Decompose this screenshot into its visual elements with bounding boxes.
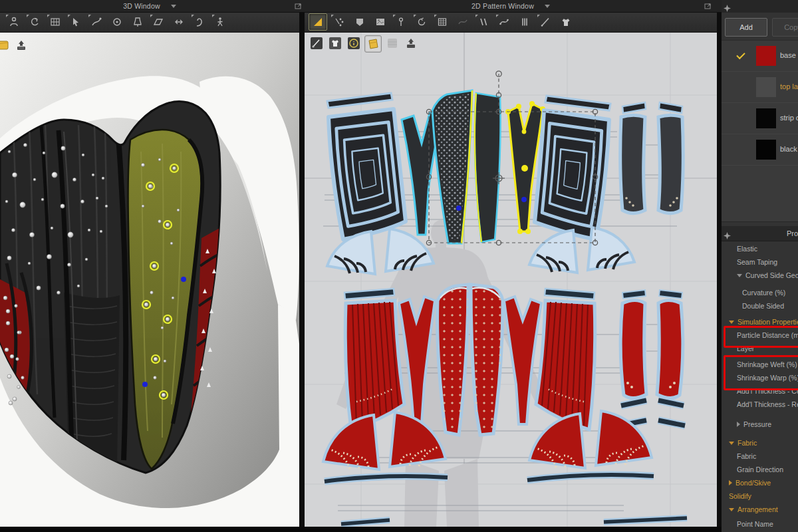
transform-pattern-tool-icon[interactable]	[309, 13, 327, 31]
layer-row-top-layer[interactable]: top lay	[722, 72, 798, 103]
layer-row-black[interactable]: black s	[722, 134, 798, 166]
export-icon[interactable]	[403, 35, 419, 51]
garment-tool-icon[interactable]	[557, 14, 575, 30]
segment-sew-tool-icon[interactable]	[475, 14, 492, 30]
window-header-3d[interactable]: 3D Window	[0, 0, 299, 12]
fabric-swatch-icon[interactable]	[0, 37, 11, 53]
property-section-fabric[interactable]: Fabric	[722, 436, 798, 450]
property-row[interactable]: Fabric	[722, 450, 798, 463]
chevron-right-icon[interactable]	[737, 422, 740, 427]
plane-tool-icon[interactable]	[150, 14, 167, 30]
window-title-3d: 3D Window	[123, 2, 160, 10]
pin-curve-tool-icon[interactable]	[88, 14, 105, 30]
expand-window-icon[interactable]	[295, 3, 302, 9]
property-row[interactable]: Curved Side Geometr	[722, 269, 798, 282]
fabric-swatch[interactable]	[756, 46, 776, 66]
fabric-yellow-icon[interactable]	[364, 35, 382, 53]
property-section-solidify[interactable]: Solidify	[722, 489, 798, 503]
property-section-bond-skive[interactable]: Bond/Skive	[722, 476, 798, 489]
chevron-down-icon[interactable]	[737, 274, 742, 277]
grid-snap-tool-icon[interactable]	[47, 14, 64, 30]
viewport-3d[interactable]	[0, 32, 299, 527]
property-row[interactable]: Grain Direction	[722, 463, 798, 476]
toolbar-3d	[0, 12, 305, 33]
red-piece-back-right[interactable]	[536, 301, 595, 430]
avatar-info-icon[interactable]	[346, 35, 362, 51]
image-tool-icon[interactable]	[372, 14, 389, 30]
layer-row-base[interactable]: base	[722, 41, 798, 72]
free-sew-tool-icon[interactable]	[495, 14, 513, 30]
fabric-swatch[interactable]	[756, 108, 776, 128]
property-row[interactable]: Point Name	[722, 517, 798, 531]
3d-scene	[0, 32, 299, 527]
sync-arrows-tool-icon[interactable]	[170, 14, 188, 30]
walk-avatar-tool-icon[interactable]	[211, 14, 229, 30]
chevron-right-icon[interactable]	[729, 480, 732, 485]
property-row[interactable]: Seam Taping	[722, 255, 798, 269]
property-panel-header: Pro	[722, 226, 798, 241]
polygon-tool-icon[interactable]	[351, 14, 368, 30]
red-piece-back-left[interactable]	[345, 301, 404, 430]
property-section-arrangement[interactable]: Arrangement	[722, 503, 798, 516]
pin-tool-icon[interactable]	[392, 14, 410, 30]
hook-tool-icon[interactable]	[191, 14, 208, 30]
internal-grid-tool-icon[interactable]	[434, 14, 451, 30]
property-row-shrinkage-warp[interactable]: Shrinkage Warp (%)	[722, 371, 798, 384]
window-divider[interactable]	[299, 12, 305, 532]
right-sidebar: Add Copy base top lay strip on black s P…	[722, 0, 798, 532]
copy-fabric-button[interactable]: Copy	[772, 18, 798, 37]
pleats-tool-icon[interactable]	[516, 14, 533, 30]
chevron-down-icon[interactable]	[729, 321, 734, 324]
layer-label[interactable]: black s	[780, 145, 798, 153]
chevron-down-icon[interactable]	[729, 508, 734, 511]
rotate-tool-icon[interactable]	[413, 14, 430, 30]
property-row[interactable]: Pressure	[722, 418, 798, 431]
property-row-shrinkage-weft[interactable]: Shrinkage Weft (%)	[722, 358, 798, 371]
cut-line-tool-icon[interactable]	[537, 14, 554, 30]
layer-label[interactable]: strip on	[780, 114, 798, 122]
simulation-point	[521, 197, 527, 202]
target-tool-icon[interactable]	[108, 14, 126, 30]
select-arrow-tool-icon[interactable]	[67, 14, 84, 30]
property-row[interactable]: Double Sided	[722, 299, 798, 313]
property-list: Elastic Seam Taping Curved Side Geometr …	[722, 241, 798, 531]
chevron-down-icon[interactable]	[545, 5, 550, 8]
undo-tool-icon[interactable]	[26, 14, 43, 30]
curve-edit-tool-icon	[454, 14, 471, 30]
fabric-swatch[interactable]	[756, 140, 776, 160]
needle-icon[interactable]	[309, 35, 325, 51]
property-row-particle-distance[interactable]: Particle Distance (mm)	[722, 329, 798, 342]
stripe-lines	[336, 122, 398, 227]
chevron-down-icon[interactable]	[729, 442, 734, 445]
shirt-icon[interactable]	[327, 35, 343, 51]
panel-divider[interactable]	[717, 0, 722, 532]
property-row[interactable]: Curvature (%)	[722, 286, 798, 299]
pattern-piece-back-left[interactable]	[329, 109, 406, 239]
property-section-simulation[interactable]: Simulation Properties	[722, 315, 798, 329]
export-icon[interactable]	[13, 37, 29, 53]
expand-window-icon[interactable]	[704, 3, 712, 9]
edit-points-tool-icon[interactable]	[331, 14, 348, 30]
check-icon[interactable]	[736, 51, 745, 59]
texture-icon	[384, 35, 400, 51]
panel-nav-icon[interactable]	[724, 3, 731, 15]
layer-row-strip[interactable]: strip on	[722, 103, 798, 134]
property-row[interactable]: Add'l Thickness - Rend	[722, 398, 798, 411]
window-title-2d: 2D Pattern Window	[471, 2, 534, 10]
property-tab-label[interactable]: Pro	[787, 229, 798, 237]
property-row[interactable]: Add'l Thickness - Collis	[722, 384, 798, 398]
sidebar-top-bar	[722, 0, 798, 13]
window-header-2d[interactable]: 2D Pattern Window	[305, 0, 717, 12]
pattern-piece-back-right[interactable]	[535, 110, 609, 239]
layer-label-selected[interactable]: top lay	[780, 82, 798, 90]
fabric-swatch[interactable]	[756, 77, 776, 97]
simulation-point	[456, 205, 462, 211]
chevron-down-icon[interactable]	[171, 5, 176, 8]
property-row[interactable]: Layer	[722, 342, 798, 355]
avatar-tool-icon[interactable]	[5, 14, 23, 30]
add-fabric-button[interactable]: Add	[725, 18, 767, 37]
viewport-2d-pattern[interactable]	[305, 32, 717, 527]
property-row[interactable]: Elastic	[722, 242, 798, 255]
layer-label[interactable]: base	[780, 51, 796, 59]
dressform-tool-icon[interactable]	[129, 14, 146, 30]
